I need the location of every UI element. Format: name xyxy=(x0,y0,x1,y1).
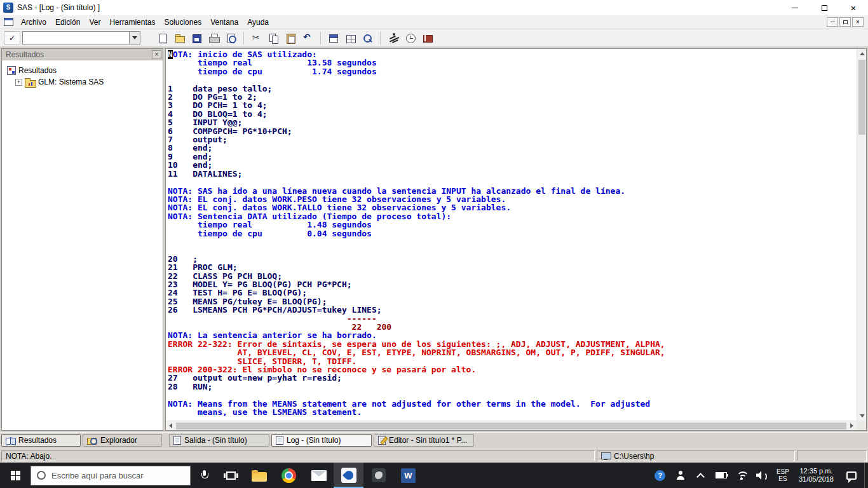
log-line: NOTA: EL conj. datos WORK.PESO tiene 32 … xyxy=(168,195,856,203)
sas-taskbar-icon[interactable] xyxy=(334,463,363,488)
chevron-up-icon[interactable] xyxy=(691,463,711,488)
people-icon[interactable] xyxy=(670,463,691,488)
log-line: ERROR 200-322: El símbolo no se reconoce… xyxy=(168,365,856,374)
tree-item-glm[interactable]: + GLM: Sistema SAS xyxy=(7,76,163,88)
vertical-scroll-thumb[interactable] xyxy=(858,60,865,135)
undo-icon[interactable] xyxy=(300,31,316,45)
tab-resultados-panel[interactable]: Resultados xyxy=(1,434,81,447)
taskbar-search[interactable]: Escribe aquí para buscar xyxy=(31,466,191,485)
command-input[interactable] xyxy=(22,31,129,44)
window-layout-icon[interactable] xyxy=(342,31,358,45)
panel-close-button[interactable]: × xyxy=(152,50,161,59)
copy-icon[interactable] xyxy=(266,31,281,45)
window-title: SAS - [Log - (Sin título) ] xyxy=(17,3,100,12)
paste-icon[interactable] xyxy=(283,31,299,45)
arrow-right-icon xyxy=(850,423,853,428)
close-icon: × xyxy=(851,3,857,13)
status-extra-cell xyxy=(797,451,867,461)
menu-item[interactable]: Ver xyxy=(85,16,105,29)
log-line: NOTA: SAS ha ido a una línea nueva cuand… xyxy=(168,187,856,195)
save-icon[interactable] xyxy=(189,31,205,45)
workspace: Resultados × Resultados + GLM: Sistema S… xyxy=(0,47,868,432)
log-line: 4 DO BLOQ=1 to 4; xyxy=(168,110,856,118)
start-button[interactable] xyxy=(0,463,31,488)
taskbar-clock[interactable]: 12:35 p.m. 31/05/2018 xyxy=(794,467,839,484)
help-book-icon[interactable] xyxy=(419,31,435,45)
window-controls: × xyxy=(780,0,868,15)
action-center-icon xyxy=(846,471,857,480)
log-line: NOTA: Means from the MEANS statement are… xyxy=(168,400,856,408)
maximize-button[interactable] xyxy=(810,0,839,15)
language-indicator[interactable]: ESP ES xyxy=(772,468,794,482)
menu-item[interactable]: Soluciones xyxy=(159,16,206,29)
child-close-button[interactable]: × xyxy=(852,17,864,27)
find-icon[interactable] xyxy=(360,31,376,45)
tab-salida[interactable]: Salida - (Sin título) xyxy=(169,434,269,447)
chevron-down-icon xyxy=(132,36,137,39)
horizontal-scroll-thumb[interactable] xyxy=(176,423,846,430)
minimize-button[interactable] xyxy=(780,0,810,15)
log-content[interactable]: NOTA: inicio de SAS utilizado: tiempo re… xyxy=(168,50,856,420)
log-line: NOTA: inicio de SAS utilizado: xyxy=(168,50,856,58)
run-man-icon[interactable] xyxy=(385,31,401,45)
menubar: ArchivoEdiciónVerHerramientasSolucionesV… xyxy=(0,15,868,29)
child-restore-button[interactable] xyxy=(839,17,851,27)
command-dropdown-button[interactable] xyxy=(129,31,140,44)
menu-items: ArchivoEdiciónVerHerramientasSolucionesV… xyxy=(17,16,273,29)
log-line: NOTA: EL conj. datos WORK.TALLO tiene 32… xyxy=(168,203,856,212)
gray-app-taskbar-icon[interactable] xyxy=(363,463,393,488)
log-line: 28 RUN; xyxy=(168,383,856,391)
log-document-icon xyxy=(276,436,283,445)
tab-explorador-panel[interactable]: Explorador xyxy=(83,434,162,447)
cut-icon[interactable] xyxy=(248,31,264,45)
battery-icon[interactable] xyxy=(711,463,731,488)
command-check-button[interactable]: ✓ xyxy=(4,31,20,44)
task-view-button[interactable] xyxy=(217,463,244,488)
log-line xyxy=(168,76,856,84)
show-desktop-button[interactable] xyxy=(864,463,868,488)
action-center-button[interactable] xyxy=(839,463,864,488)
log-line: tiempo real 1.48 segundos xyxy=(168,220,856,229)
new-window-icon[interactable] xyxy=(325,31,341,45)
log-line: 25 MEANS PG/tukey E= BLOQ(PG); xyxy=(168,297,856,306)
volume-icon[interactable] xyxy=(752,463,772,488)
child-minimize-button[interactable] xyxy=(827,17,838,27)
menu-item[interactable]: Ayuda xyxy=(243,16,273,29)
menu-item[interactable]: Edición xyxy=(51,16,85,29)
scroll-down-button[interactable] xyxy=(857,411,867,421)
tab-log[interactable]: Log - (Sin título) xyxy=(271,434,372,447)
microphone-button[interactable] xyxy=(191,463,217,488)
log-line: SLICE, STDERR, T, TDIFF. xyxy=(168,357,856,365)
scroll-left-button[interactable] xyxy=(166,421,175,431)
mail-taskbar-icon[interactable] xyxy=(304,463,334,488)
print-preview-icon[interactable] xyxy=(223,31,239,45)
new-document-icon[interactable] xyxy=(154,31,170,45)
menu-item[interactable]: Herramientas xyxy=(105,16,159,29)
chrome-taskbar-icon[interactable] xyxy=(274,463,304,488)
horizontal-scrollbar[interactable] xyxy=(166,421,857,430)
print-icon[interactable] xyxy=(206,31,222,45)
vertical-scrollbar[interactable] xyxy=(857,49,866,421)
results-tree[interactable]: Resultados + GLM: Sistema SAS xyxy=(2,60,163,430)
word-taskbar-icon[interactable] xyxy=(393,463,423,488)
system-tray: ESP ES 12:35 p.m. 31/05/2018 xyxy=(650,463,868,488)
log-line: 10 end; xyxy=(168,161,856,169)
log-window-system-icon[interactable] xyxy=(4,18,13,26)
tab-editor[interactable]: Editor - Sin título1 * P... xyxy=(374,434,474,447)
clock-icon[interactable] xyxy=(402,31,418,45)
menu-item[interactable]: Ventana xyxy=(206,16,243,29)
log-line: 11 DATALINES; xyxy=(168,170,856,178)
wifi-icon[interactable] xyxy=(731,463,752,488)
help-icon[interactable] xyxy=(650,463,670,488)
file-explorer-taskbar-icon[interactable] xyxy=(244,463,274,488)
sas-app-icon[interactable]: S xyxy=(3,3,13,13)
close-button[interactable]: × xyxy=(839,0,868,15)
menu-item[interactable]: Archivo xyxy=(17,16,51,29)
scroll-right-button[interactable] xyxy=(847,421,857,431)
maximize-icon xyxy=(822,5,827,11)
child-window-controls: × xyxy=(827,17,865,27)
tree-item-resultados[interactable]: Resultados xyxy=(7,65,163,76)
open-folder-icon[interactable] xyxy=(172,31,187,45)
expand-plus-icon[interactable]: + xyxy=(15,79,22,86)
scroll-up-button[interactable] xyxy=(857,49,867,58)
